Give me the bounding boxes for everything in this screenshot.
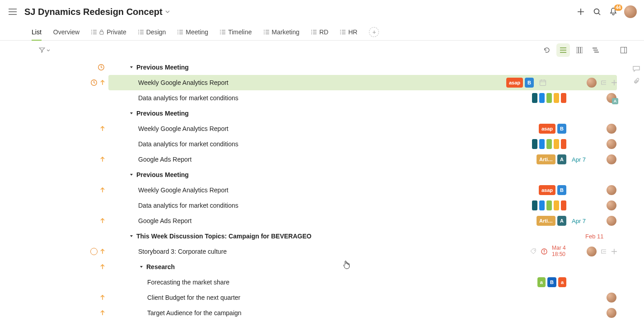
collapse-toggle[interactable] bbox=[138, 265, 145, 269]
collapse-toggle[interactable] bbox=[128, 234, 135, 238]
assignee[interactable] bbox=[603, 124, 617, 134]
task-row[interactable]: Data analytics for market conditions bbox=[108, 90, 617, 106]
tag[interactable] bbox=[539, 139, 545, 149]
tag[interactable]: B bbox=[525, 78, 534, 88]
tag[interactable] bbox=[532, 200, 537, 210]
collapse-toggle[interactable] bbox=[128, 112, 135, 115]
tab-rd[interactable]: RD bbox=[311, 23, 328, 40]
task-row[interactable]: Client Budget for the next quarter bbox=[108, 290, 617, 305]
status-circle-icon[interactable] bbox=[90, 248, 98, 255]
assignee[interactable] bbox=[603, 293, 617, 303]
assignee[interactable] bbox=[603, 200, 617, 210]
tag[interactable] bbox=[561, 200, 566, 210]
add-tab-button[interactable]: + bbox=[369, 27, 379, 37]
task-row[interactable]: Target Audience for the campaign bbox=[108, 305, 617, 321]
due-date[interactable]: Apr 7 bbox=[572, 156, 603, 163]
tag[interactable]: a bbox=[558, 277, 566, 287]
hamburger-icon[interactable] bbox=[5, 4, 21, 20]
due-date[interactable]: Mar 418:50 bbox=[552, 245, 583, 258]
search-button[interactable] bbox=[589, 4, 605, 20]
tab-private[interactable]: Private bbox=[91, 23, 126, 40]
panel-toggle-button[interactable] bbox=[617, 43, 630, 57]
tag[interactable]: Arti… bbox=[537, 154, 555, 164]
view-list-button[interactable] bbox=[556, 43, 570, 57]
tag[interactable]: asap bbox=[506, 78, 523, 88]
tab-hr[interactable]: HR bbox=[340, 23, 357, 40]
tag[interactable] bbox=[539, 200, 545, 210]
row-gutter bbox=[81, 244, 108, 259]
plus-button[interactable] bbox=[573, 4, 589, 20]
tab-timeline[interactable]: Timeline bbox=[220, 23, 252, 40]
tag[interactable]: B bbox=[557, 185, 566, 195]
due-date[interactable]: Apr 7 bbox=[572, 218, 603, 224]
task-row[interactable]: Data analytics for market conditions bbox=[108, 136, 617, 152]
tag[interactable] bbox=[554, 139, 559, 149]
collapse-toggle[interactable] bbox=[128, 173, 135, 177]
task-row[interactable]: Weekly Google Analytics ReportasapB bbox=[108, 182, 617, 198]
tag[interactable] bbox=[539, 93, 545, 103]
task-row[interactable]: Storyboard 3: Corporate cultureMar 418:5… bbox=[108, 244, 617, 259]
assignee[interactable] bbox=[603, 185, 617, 195]
section-row[interactable]: Previous Meeting bbox=[108, 167, 617, 182]
user-avatar[interactable] bbox=[624, 5, 637, 18]
assignee[interactable] bbox=[603, 154, 617, 164]
task-row[interactable]: Google Ads ReportArti…AApr 7 bbox=[108, 213, 617, 228]
title-dropdown[interactable]: SJ Dynamics Redesign Concept bbox=[24, 7, 170, 17]
tab-design[interactable]: Design bbox=[138, 23, 166, 40]
tag[interactable]: a bbox=[537, 277, 546, 287]
task-row[interactable]: Weekly Google Analytics ReportasapB bbox=[108, 121, 617, 136]
assignee[interactable] bbox=[603, 93, 617, 103]
tag[interactable] bbox=[561, 93, 566, 103]
section-row[interactable]: This Week Discussion Topics: Campaign fo… bbox=[108, 228, 617, 244]
assignee[interactable] bbox=[603, 139, 617, 149]
tag[interactable] bbox=[546, 139, 552, 149]
avatar-icon bbox=[587, 247, 597, 256]
add-button[interactable] bbox=[611, 80, 617, 85]
tab-label: Marketing bbox=[272, 28, 299, 36]
attachments-icon[interactable] bbox=[633, 78, 639, 85]
calendar-icon[interactable] bbox=[539, 79, 546, 86]
tag[interactable] bbox=[532, 93, 537, 103]
bell-button[interactable]: 44 bbox=[605, 4, 621, 20]
comments-icon[interactable] bbox=[633, 66, 640, 72]
due-date[interactable]: Feb 11 bbox=[585, 233, 617, 240]
tag[interactable] bbox=[554, 93, 559, 103]
tag-icon[interactable] bbox=[530, 248, 537, 255]
filter-button[interactable] bbox=[36, 46, 53, 55]
assignee[interactable] bbox=[583, 247, 597, 256]
view-board-button[interactable] bbox=[573, 43, 586, 57]
tag[interactable] bbox=[532, 139, 537, 149]
subtask-button[interactable] bbox=[601, 249, 607, 254]
tag[interactable]: A bbox=[557, 216, 566, 226]
task-row[interactable]: Google Ads ReportArti…AApr 7 bbox=[108, 152, 617, 167]
subtask-button[interactable] bbox=[601, 80, 607, 85]
task-row[interactable]: Data analytics for market conditions bbox=[108, 198, 617, 213]
tab-marketing[interactable]: Marketing bbox=[264, 23, 299, 40]
undo-button[interactable] bbox=[540, 43, 554, 57]
section-row[interactable]: Research bbox=[108, 259, 617, 275]
lock-icon bbox=[99, 29, 104, 35]
tag[interactable] bbox=[561, 139, 566, 149]
tag[interactable]: B bbox=[557, 124, 566, 134]
tag[interactable] bbox=[546, 93, 552, 103]
tag[interactable]: Arti… bbox=[537, 216, 555, 226]
tag[interactable] bbox=[546, 200, 552, 210]
add-button[interactable] bbox=[611, 249, 617, 254]
tag[interactable]: asap bbox=[539, 185, 555, 195]
assignee[interactable] bbox=[603, 216, 617, 226]
view-timeline-button[interactable] bbox=[589, 43, 602, 57]
tag[interactable]: asap bbox=[539, 124, 555, 134]
tab-meeting[interactable]: Meeting bbox=[177, 23, 208, 40]
tab-overview[interactable]: Overview bbox=[53, 23, 79, 40]
task-row[interactable]: Forecasting the market shareaBa bbox=[108, 275, 617, 290]
assignee[interactable] bbox=[583, 78, 597, 88]
assignee[interactable] bbox=[603, 308, 617, 318]
tab-list[interactable]: List bbox=[32, 23, 42, 40]
collapse-toggle[interactable] bbox=[128, 65, 135, 69]
tag[interactable] bbox=[554, 200, 559, 210]
tag[interactable]: B bbox=[547, 277, 556, 287]
tag[interactable]: A bbox=[557, 154, 566, 164]
section-row[interactable]: Previous Meeting bbox=[108, 106, 617, 121]
task-row[interactable]: Weekly Google Analytics ReportasapB bbox=[108, 75, 617, 90]
section-row[interactable]: Previous Meeting bbox=[108, 60, 617, 75]
